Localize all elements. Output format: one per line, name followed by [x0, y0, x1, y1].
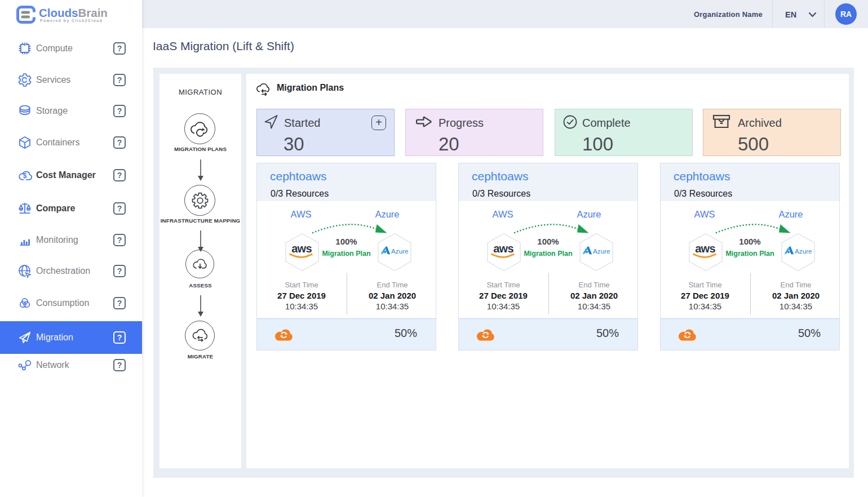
svg-text:Azure: Azure	[795, 247, 812, 255]
svg-text:aws: aws	[291, 242, 312, 255]
svg-text:aws: aws	[493, 242, 513, 255]
svg-text:aws: aws	[695, 242, 715, 255]
svg-text:Azure: Azure	[391, 247, 409, 255]
svg-text:Azure: Azure	[593, 247, 610, 255]
svg-text:$: $	[23, 172, 27, 180]
